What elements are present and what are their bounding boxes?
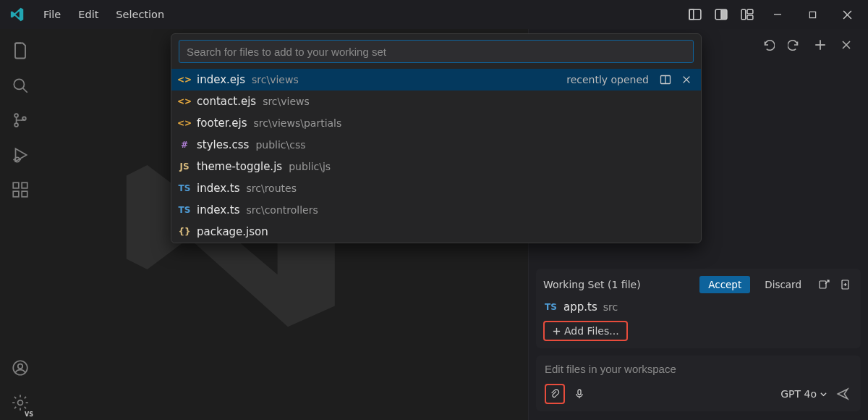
svg-rect-23 [22,182,27,188]
send-icon[interactable] [833,385,852,403]
activity-settings-icon[interactable]: VS [0,385,41,420]
activity-explorer-icon[interactable] [0,33,41,68]
window-maximize-icon[interactable] [797,0,827,29]
svg-point-25 [18,364,23,369]
menu-file[interactable]: File [35,0,69,29]
layout-sidebar-left-icon[interactable] [684,0,706,29]
layout-panel-icon[interactable] [710,0,732,29]
svg-rect-0 [689,9,701,20]
quick-open-item[interactable]: TSindex.tssrc\controllers [171,199,701,221]
activity-extensions-icon[interactable] [0,172,41,207]
quick-open-file-name: index.ejs [197,73,245,86]
svg-rect-20 [13,182,19,188]
microphone-icon[interactable] [571,385,588,403]
quick-open-item[interactable]: <>index.ejssrc\viewsrecently opened [171,69,701,91]
activity-account-icon[interactable] [0,350,41,385]
file-type-icon: <> [179,118,190,128]
svg-point-26 [18,400,23,406]
file-type-icon: <> [179,96,190,106]
new-file-icon[interactable] [838,277,854,293]
plus-icon [552,327,561,336]
quick-open-item[interactable]: #styles.csspublic\css [171,134,701,156]
undo-icon[interactable] [758,35,778,55]
chat-input-panel: GPT 4o [536,356,861,411]
close-panel-icon[interactable] [836,35,856,55]
quick-open-file-name: theme-toggle.js [197,160,282,173]
quick-open-file-path: public\js [289,161,331,172]
svg-rect-37 [578,390,581,395]
quick-open-file-path: public\css [255,139,305,151]
quick-open-file-name: package.json [197,225,268,238]
activity-source-control-icon[interactable] [0,103,41,138]
svg-point-14 [14,114,18,117]
svg-rect-5 [741,9,746,20]
ts-file-icon: TS [545,302,558,312]
quick-open-file-path: src\views\partials [254,117,342,129]
svg-line-13 [23,88,27,93]
working-set-panel: Working Set (1 file) Accept Discard TS a… [536,269,861,348]
working-set-file-row[interactable]: TS app.ts src [543,299,854,315]
svg-rect-1 [689,9,694,20]
window-minimize-icon[interactable] [762,0,793,29]
quick-open-file-name: styles.css [197,138,249,151]
quick-open-file-path: src\controllers [247,204,318,216]
chat-input[interactable] [545,363,852,375]
svg-rect-31 [820,281,826,288]
quick-open-file-path: src\views [263,96,310,107]
quick-open-file-path: src\routes [247,182,297,194]
svg-rect-9 [809,12,815,17]
quick-open-item[interactable]: {}package.json [171,221,701,243]
working-set-file-name: app.ts [563,301,597,314]
working-set-file-dir: src [603,301,618,313]
svg-rect-4 [721,9,727,20]
svg-rect-7 [747,15,753,20]
quick-open-file-path: src\views [252,74,299,85]
activity-search-icon[interactable] [0,68,41,103]
working-set-title: Working Set (1 file) [543,279,694,290]
recently-opened-label: recently opened [566,74,649,85]
activity-run-debug-icon[interactable] [0,138,41,172]
redo-icon[interactable] [784,35,804,55]
file-type-icon: TS [179,183,190,193]
svg-rect-21 [13,191,19,197]
quick-open-file-name: contact.ejs [197,95,256,108]
vscode-logo-icon [7,4,27,25]
add-files-button[interactable]: Add Files... [543,321,628,341]
accept-button[interactable]: Accept [699,276,750,293]
svg-rect-22 [22,191,27,197]
file-type-icon: # [179,140,190,150]
svg-rect-6 [747,9,753,14]
svg-point-12 [14,79,24,89]
quick-open-file-name: footer.ejs [197,117,247,130]
file-type-icon: {} [179,227,190,237]
model-selector[interactable]: GPT 4o [780,388,827,400]
window-close-icon[interactable] [832,0,862,29]
discard-button[interactable]: Discard [756,276,810,293]
quick-open-item[interactable]: TSindex.tssrc\routes [171,177,701,199]
quick-open-item[interactable]: <>footer.ejssrc\views\partials [171,112,701,134]
file-type-icon: JS [179,161,190,172]
quick-open-item[interactable]: <>contact.ejssrc\views [171,91,701,112]
svg-point-24 [13,361,27,375]
attach-icon[interactable] [545,384,565,404]
file-type-icon: TS [179,205,190,215]
quick-open-dropdown: <>index.ejssrc\viewsrecently opened<>con… [171,33,702,243]
quick-open-file-name: index.ts [197,182,240,195]
file-type-icon: <> [179,75,190,85]
split-editor-icon[interactable] [658,72,673,87]
new-chat-icon[interactable] [810,35,830,55]
quick-open-item[interactable]: JStheme-toggle.jspublic\js [171,156,701,177]
quick-open-file-name: index.ts [197,203,240,217]
layout-customise-icon[interactable] [736,0,758,29]
menu-edit[interactable]: Edit [69,0,107,29]
quick-open-search-input[interactable] [179,40,694,63]
remove-item-icon[interactable] [679,72,694,87]
svg-point-15 [14,123,18,127]
open-file-icon[interactable] [816,277,832,293]
menu-selection[interactable]: Selection [107,0,173,29]
chevron-down-icon [820,390,827,398]
